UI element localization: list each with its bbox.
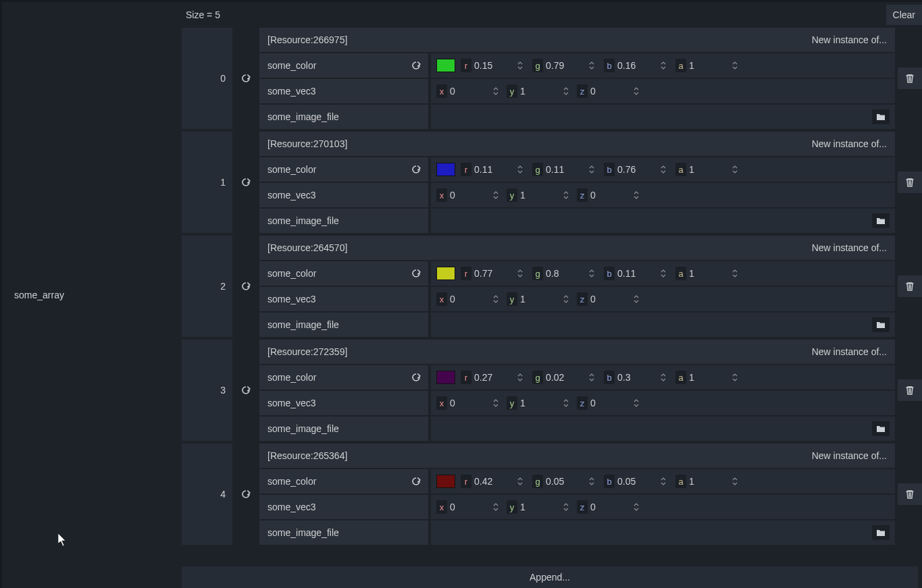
index-handle[interactable]: 2 — [182, 236, 232, 337]
channel-b-input[interactable]: 0.05 — [617, 476, 658, 487]
spinner-icon[interactable] — [563, 398, 570, 408]
reset-icon[interactable] — [240, 177, 251, 188]
channel-a-input[interactable]: 1 — [689, 372, 729, 383]
spinner-icon[interactable] — [634, 190, 640, 200]
folder-icon[interactable] — [872, 525, 890, 540]
channel-a-input[interactable]: 1 — [689, 268, 729, 279]
file-picker[interactable] — [431, 313, 895, 337]
color-swatch[interactable] — [436, 163, 455, 176]
spinner-icon[interactable] — [563, 190, 570, 200]
spinner-icon[interactable] — [661, 269, 667, 278]
file-picker[interactable] — [431, 105, 895, 129]
reset-icon[interactable] — [411, 268, 421, 279]
channel-b-input[interactable]: 0.3 — [617, 372, 658, 383]
spinner-icon[interactable] — [589, 477, 596, 486]
index-handle[interactable]: 1 — [182, 132, 232, 233]
vec-x-input[interactable]: 0 — [450, 86, 490, 97]
vec-z-input[interactable]: 0 — [590, 294, 631, 304]
spinner-icon[interactable] — [589, 269, 596, 278]
spinner-icon[interactable] — [732, 373, 739, 382]
reset-icon[interactable] — [240, 73, 251, 84]
spinner-icon[interactable] — [493, 294, 500, 304]
spinner-icon[interactable] — [589, 373, 596, 382]
append-button[interactable]: Append... — [182, 566, 918, 588]
file-picker[interactable] — [431, 520, 895, 545]
spinner-icon[interactable] — [517, 165, 524, 174]
spinner-icon[interactable] — [661, 477, 667, 486]
spinner-icon[interactable] — [517, 477, 524, 486]
reset-icon[interactable] — [240, 385, 251, 396]
vec-z-input[interactable]: 0 — [590, 502, 631, 512]
folder-icon[interactable] — [872, 317, 890, 332]
spinner-icon[interactable] — [634, 86, 640, 96]
spinner-icon[interactable] — [732, 61, 739, 70]
spinner-icon[interactable] — [589, 61, 596, 70]
spinner-icon[interactable] — [493, 398, 500, 408]
reset-icon[interactable] — [411, 476, 421, 487]
spinner-icon[interactable] — [634, 502, 640, 512]
vec-x-input[interactable]: 0 — [450, 294, 490, 304]
channel-g-input[interactable]: 0.8 — [546, 268, 586, 279]
vec-y-input[interactable]: 1 — [520, 502, 561, 512]
channel-r-input[interactable]: 0.42 — [474, 476, 515, 487]
channel-r-input[interactable]: 0.27 — [474, 372, 515, 383]
channel-r-input[interactable]: 0.11 — [474, 164, 515, 175]
spinner-icon[interactable] — [563, 502, 570, 512]
channel-g-input[interactable]: 0.05 — [546, 476, 586, 487]
spinner-icon[interactable] — [732, 165, 739, 174]
channel-b-input[interactable]: 0.76 — [617, 164, 658, 175]
spinner-icon[interactable] — [661, 373, 667, 382]
reset-icon[interactable] — [240, 281, 251, 292]
resource-header[interactable]: [Resource:270103] New instance of... — [259, 132, 895, 156]
channel-r-input[interactable]: 0.15 — [474, 60, 515, 71]
spinner-icon[interactable] — [517, 373, 524, 382]
file-picker[interactable] — [431, 209, 895, 233]
folder-icon[interactable] — [872, 421, 890, 436]
spinner-icon[interactable] — [493, 86, 500, 96]
delete-icon[interactable] — [904, 489, 915, 500]
vec-y-input[interactable]: 1 — [520, 398, 561, 408]
folder-icon[interactable] — [872, 109, 890, 124]
vec-z-input[interactable]: 0 — [590, 86, 631, 97]
color-swatch[interactable] — [436, 267, 455, 280]
folder-icon[interactable] — [872, 213, 890, 228]
vec-y-input[interactable]: 1 — [520, 86, 561, 97]
channel-g-input[interactable]: 0.02 — [546, 372, 586, 383]
vec-z-input[interactable]: 0 — [590, 398, 631, 408]
spinner-icon[interactable] — [634, 294, 640, 304]
channel-g-input[interactable]: 0.11 — [546, 164, 586, 175]
spinner-icon[interactable] — [732, 269, 739, 278]
index-handle[interactable]: 4 — [182, 444, 232, 545]
resource-header[interactable]: [Resource:272359] New instance of... — [259, 340, 895, 364]
spinner-icon[interactable] — [563, 86, 570, 96]
resource-header[interactable]: [Resource:266975] New instance of... — [259, 28, 895, 52]
spinner-icon[interactable] — [661, 61, 667, 70]
channel-g-input[interactable]: 0.79 — [546, 60, 586, 71]
delete-icon[interactable] — [904, 281, 915, 292]
delete-icon[interactable] — [904, 385, 915, 396]
color-swatch[interactable] — [436, 371, 455, 384]
spinner-icon[interactable] — [732, 477, 739, 486]
spinner-icon[interactable] — [493, 190, 500, 200]
vec-x-input[interactable]: 0 — [450, 190, 490, 201]
vec-x-input[interactable]: 0 — [450, 502, 490, 512]
channel-a-input[interactable]: 1 — [689, 164, 729, 175]
spinner-icon[interactable] — [563, 294, 570, 304]
spinner-icon[interactable] — [517, 269, 524, 278]
reset-icon[interactable] — [411, 164, 421, 175]
file-picker[interactable] — [431, 417, 895, 441]
channel-r-input[interactable]: 0.77 — [474, 268, 515, 279]
channel-b-input[interactable]: 0.16 — [617, 60, 658, 71]
color-swatch[interactable] — [436, 59, 455, 72]
delete-icon[interactable] — [904, 177, 915, 188]
spinner-icon[interactable] — [493, 502, 500, 512]
vec-x-input[interactable]: 0 — [450, 398, 490, 408]
reset-icon[interactable] — [411, 60, 421, 71]
vec-y-input[interactable]: 1 — [520, 294, 561, 304]
delete-icon[interactable] — [904, 73, 915, 84]
channel-b-input[interactable]: 0.11 — [617, 268, 658, 279]
channel-a-input[interactable]: 1 — [689, 476, 729, 487]
resource-header[interactable]: [Resource:265364] New instance of... — [259, 444, 895, 468]
reset-icon[interactable] — [411, 372, 421, 383]
spinner-icon[interactable] — [517, 61, 524, 70]
